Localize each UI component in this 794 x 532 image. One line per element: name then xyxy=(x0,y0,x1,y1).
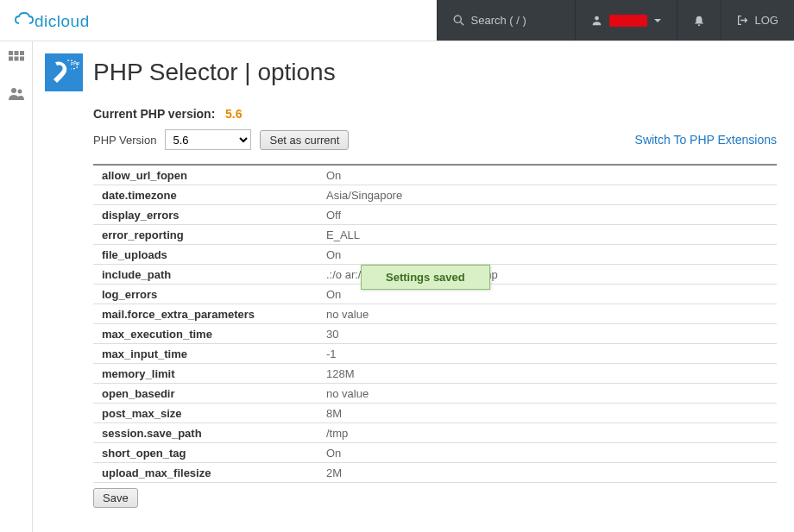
option-name: upload_max_filesize xyxy=(93,465,326,481)
option-name: short_open_tag xyxy=(93,445,326,461)
set-as-current-button[interactable]: Set as current xyxy=(260,130,349,150)
notifications-button[interactable] xyxy=(677,0,721,41)
option-row: upload_max_filesize2M xyxy=(93,463,777,483)
option-name: log_errors xyxy=(93,286,326,303)
option-value[interactable]: /tmp xyxy=(326,425,777,441)
search-icon xyxy=(453,15,464,26)
option-row: error_reportingE_ALL xyxy=(93,225,777,245)
logo: dicloud xyxy=(10,8,90,34)
top-bar: dicloud Search ( / ) LOG xyxy=(0,0,794,41)
option-value[interactable]: On xyxy=(326,445,777,461)
option-value[interactable]: 2M xyxy=(326,465,777,481)
option-row: allow_url_fopenOn xyxy=(93,166,777,185)
apps-icon[interactable] xyxy=(8,50,25,70)
option-row: max_input_time-1 xyxy=(93,344,777,364)
svg-rect-5 xyxy=(14,51,18,55)
option-value[interactable]: 30 xyxy=(326,326,777,342)
option-name: display_errors xyxy=(93,207,326,223)
svg-rect-7 xyxy=(9,57,13,61)
option-name: file_uploads xyxy=(93,247,326,263)
page-header: PHP PHP Selector | options xyxy=(45,53,777,91)
option-name: allow_url_fopen xyxy=(93,167,326,184)
svg-point-11 xyxy=(17,90,22,94)
option-value[interactable]: Asia/Singapore xyxy=(326,187,777,203)
option-value[interactable]: no value xyxy=(326,385,777,402)
option-value[interactable]: Off xyxy=(326,207,777,223)
users-icon[interactable] xyxy=(8,85,25,105)
svg-point-1 xyxy=(454,16,461,22)
version-select-row: PHP Version 5.6 Set as current Switch To… xyxy=(93,129,777,150)
option-row: post_max_size8M xyxy=(93,404,777,423)
svg-text:PHP: PHP xyxy=(71,61,80,66)
left-sidebar xyxy=(0,41,33,532)
option-value[interactable]: 8M xyxy=(326,405,777,422)
bell-icon xyxy=(693,15,705,27)
option-row: memory_limit128M xyxy=(93,364,777,384)
option-value[interactable]: 128M xyxy=(326,366,777,382)
option-name: include_path xyxy=(93,266,326,283)
option-row: display_errorsOff xyxy=(93,205,777,225)
current-version-value: 5.6 xyxy=(225,107,242,121)
logout-button[interactable]: LOG xyxy=(721,0,794,41)
svg-rect-6 xyxy=(20,51,24,55)
logout-icon xyxy=(737,15,748,26)
svg-point-10 xyxy=(11,88,16,93)
current-version-row: Current PHP version: 5.6 xyxy=(93,107,777,121)
option-value[interactable]: E_ALL xyxy=(326,227,777,243)
svg-rect-8 xyxy=(14,57,18,61)
option-row: max_execution_time30 xyxy=(93,324,777,344)
option-name: open_basedir xyxy=(93,385,326,402)
svg-point-3 xyxy=(595,16,599,21)
option-name: max_input_time xyxy=(93,346,326,362)
cloud-logo-icon: dicloud xyxy=(10,8,88,34)
page-title: PHP Selector | options xyxy=(93,59,336,86)
svg-text:dicloud: dicloud xyxy=(35,12,88,30)
php-version-label: PHP Version xyxy=(93,134,156,147)
current-version-label: Current PHP version: xyxy=(93,107,215,121)
chevron-down-icon xyxy=(654,19,661,22)
option-name: max_execution_time xyxy=(93,326,326,342)
option-name: mail.force_extra_parameters xyxy=(93,306,326,322)
options-table: allow_url_fopenOndate.timezoneAsia/Singa… xyxy=(93,164,777,483)
settings-saved-toast: Settings saved xyxy=(361,265,490,290)
search-button[interactable]: Search ( / ) xyxy=(437,0,575,41)
user-icon xyxy=(591,15,602,26)
option-row: mail.force_extra_parametersno value xyxy=(93,304,777,324)
option-value[interactable]: no value xyxy=(326,306,777,322)
option-name: session.save_path xyxy=(93,425,326,441)
option-name: error_reporting xyxy=(93,227,326,243)
option-value[interactable]: On xyxy=(326,167,777,184)
logout-label: LOG xyxy=(755,14,778,27)
option-value[interactable]: On xyxy=(326,247,777,263)
option-row: file_uploadsOn xyxy=(93,245,777,265)
option-name: post_max_size xyxy=(93,405,326,422)
option-row: session.save_path/tmp xyxy=(93,423,777,443)
svg-rect-9 xyxy=(20,57,24,61)
svg-rect-4 xyxy=(9,51,13,55)
svg-line-2 xyxy=(460,22,463,26)
option-row: date.timezoneAsia/Singapore xyxy=(93,185,777,205)
option-name: date.timezone xyxy=(93,187,326,203)
option-row: short_open_tagOn xyxy=(93,443,777,463)
php-selector-icon: PHP xyxy=(45,53,83,91)
option-value[interactable]: -1 xyxy=(326,346,777,362)
user-menu[interactable] xyxy=(575,0,677,41)
option-row: open_basedirno value xyxy=(93,384,777,404)
save-button[interactable]: Save xyxy=(93,488,138,508)
php-version-select[interactable]: 5.6 xyxy=(165,129,251,150)
user-name-redacted xyxy=(609,15,647,27)
option-name: memory_limit xyxy=(93,366,326,382)
switch-extensions-link[interactable]: Switch To PHP Extensions xyxy=(635,133,777,147)
search-placeholder: Search ( / ) xyxy=(471,14,526,27)
